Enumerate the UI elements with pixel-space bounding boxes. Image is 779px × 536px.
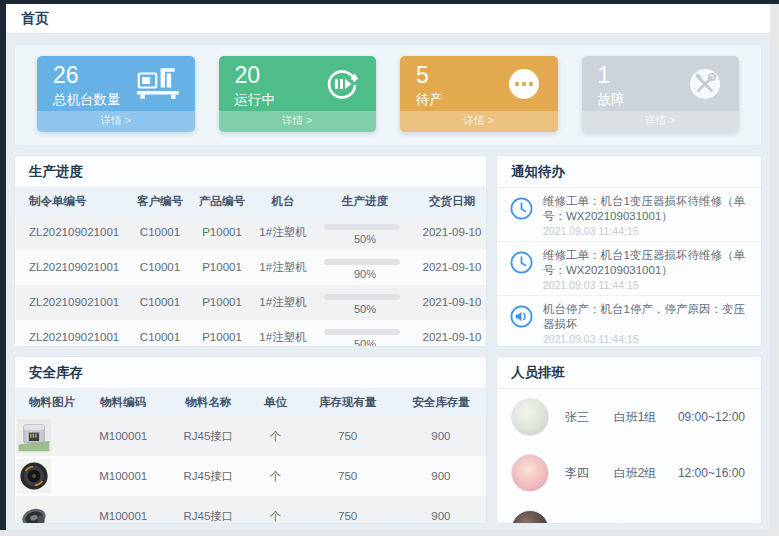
date-cell: 2021-09-10 (417, 250, 487, 285)
col-header: 库存现有量 (300, 389, 396, 416)
notification-item[interactable]: 机台停产：机台1停产，停产原因：变压器损坏 2021.09.03 11:44:1… (497, 296, 761, 346)
col-header: 交货日期 (417, 188, 487, 215)
col-header: 制令单编号 (15, 188, 129, 215)
schedule-title: 人员排班 (497, 357, 761, 389)
notification-item[interactable]: 维修工单：机台1变压器损坏待维修（单号：WX202109031001） 2021… (497, 242, 761, 296)
card-detail-link[interactable]: 详情 > (582, 111, 740, 132)
person-time: 12:00~16:00 (678, 466, 745, 480)
card-total-machines[interactable]: 26 总机台数量 (37, 56, 195, 132)
card-detail-link[interactable]: 详情 > (219, 111, 377, 132)
col-header: 生产进度 (313, 188, 417, 215)
clock-icon (509, 248, 535, 291)
table-header-row: 物料图片 物料编码 物料名称 单位 库存现有量 安全库存量 (15, 389, 486, 416)
progress-bar (324, 329, 400, 335)
progress-label: 50% (354, 233, 376, 245)
machine-cell: 1#注塑机 (253, 250, 313, 285)
col-header: 物料名称 (165, 389, 251, 416)
card-label: 总机台数量 (53, 91, 121, 109)
order-cell: ZL202109021001 (15, 320, 129, 347)
name-cell: RJ45接口 (165, 456, 251, 496)
notification-time: 2021.09.03 11:44:15 (543, 225, 751, 237)
customer-cell: C10001 (129, 250, 191, 285)
card-waiting[interactable]: 5 待产 详情 > (400, 56, 558, 132)
material-image-cell (15, 416, 81, 456)
notification-text: 维修工单：机台1变压器损坏待维修（单号：WX202109031001） (543, 194, 751, 224)
app-window: 首页 26 总机台数量 (0, 0, 779, 536)
unit-cell: 个 (251, 496, 299, 524)
product-cell: P10001 (191, 285, 253, 320)
running-icon (324, 66, 360, 106)
safety-cell: 900 (396, 416, 486, 456)
card-fault[interactable]: 1 故障 详情 > (582, 56, 740, 132)
product-cell: P10001 (191, 250, 253, 285)
code-cell: M100001 (81, 456, 165, 496)
avatar (511, 454, 549, 492)
machine-cell: 1#注塑机 (253, 285, 313, 320)
card-value: 20 (235, 62, 276, 88)
table-row: M100001 RJ45接口 个 750 900 (15, 416, 486, 456)
notifications-panel: 通知待办 维修工单：机台1变压器损坏待维修（单号：WX202109031001）… (496, 155, 762, 347)
machine-cell: 1#注塑机 (253, 320, 313, 347)
card-body: 20 运行中 (219, 56, 377, 111)
card-value: 5 (416, 62, 443, 88)
dashboard-grid: 生产进度 制令单编号 客户编号 产品编号 机台 生产进度 交货日期 (14, 155, 762, 524)
card-value: 26 (53, 62, 121, 88)
inventory-panel: 安全库存 物料图片 物料编码 物料名称 单位 库存现有量 安全库存量 (14, 356, 487, 524)
tab-home[interactable]: 首页 (21, 10, 49, 28)
card-body: 26 总机台数量 (37, 56, 195, 111)
production-table: 制令单编号 客户编号 产品编号 机台 生产进度 交货日期 ZL202109021… (15, 188, 487, 347)
production-title: 生产进度 (15, 156, 486, 188)
col-header: 安全库存量 (396, 389, 486, 416)
date-cell: 2021-09-10 (417, 320, 487, 347)
order-cell: ZL202109021001 (15, 215, 129, 250)
material-image-cell (15, 456, 81, 496)
schedule-panel: 人员排班 张三 白班1组 09:00~12:00 李四 白班2组 12: (496, 356, 762, 524)
avatar (511, 398, 549, 436)
notification-time: 2021.09.03 11:44:15 (543, 333, 751, 345)
table-row: ZL202109021001 C10001 P10001 1#注塑机 50% 2… (15, 215, 487, 250)
safety-cell: 900 (396, 496, 486, 524)
card-label: 故障 (598, 91, 625, 109)
name-cell: RJ45接口 (165, 496, 251, 524)
stock-cell: 750 (300, 496, 396, 524)
col-header: 产品编号 (191, 188, 253, 215)
customer-cell: C10001 (129, 215, 191, 250)
person-time: 09:00~12:00 (678, 410, 745, 424)
notification-item[interactable]: 维修工单：机台1变压器损坏待维修（单号：WX202109031001） 2021… (497, 188, 761, 242)
card-running[interactable]: 20 运行中 详情 > (219, 56, 377, 132)
customer-cell: C10001 (129, 320, 191, 347)
person-name: 张三 (565, 409, 614, 426)
unit-cell: 个 (251, 456, 299, 496)
name-cell: RJ45接口 (165, 416, 251, 456)
table-row: ZL202109021001 C10001 P10001 1#注塑机 90% 2… (15, 250, 487, 285)
progress-bar (324, 259, 400, 265)
inventory-title: 安全库存 (15, 357, 486, 389)
progress-cell: 50% (313, 215, 417, 250)
order-cell: ZL202109021001 (15, 250, 129, 285)
date-cell: 2021-09-10 (417, 215, 487, 250)
safety-cell: 900 (396, 456, 486, 496)
ellipsis-icon (506, 66, 542, 106)
material-image-cell (15, 496, 81, 524)
clock-icon (509, 194, 535, 237)
unit-cell: 个 (251, 416, 299, 456)
stat-cards-panel: 26 总机台数量 (14, 44, 762, 146)
card-detail-link[interactable]: 详情 > (37, 111, 195, 132)
progress-cell: 50% (313, 285, 417, 320)
table-row: ZL202109021001 C10001 P10001 1#注塑机 50% 2… (15, 285, 487, 320)
card-detail-link[interactable]: 详情 > (400, 111, 558, 132)
tools-icon (687, 66, 723, 106)
schedule-row: 王五 夜班1组 18:00~24:00 (497, 501, 761, 524)
speaker-cone-photo (17, 499, 51, 524)
notification-text: 维修工单：机台1变压器损坏待维修（单号：WX202109031001） (543, 248, 751, 278)
speaker-front-photo (17, 459, 51, 493)
person-shift: 夜班1组 (614, 521, 678, 525)
schedule-row: 张三 白班1组 09:00~12:00 (497, 389, 761, 445)
col-header: 单位 (251, 389, 299, 416)
person-name: 王五 (565, 521, 614, 525)
progress-label: 50% (354, 338, 376, 347)
date-cell: 2021-09-10 (417, 285, 487, 320)
card-label: 运行中 (235, 91, 276, 109)
rj45-connector-photo (17, 419, 51, 453)
card-label: 待产 (416, 91, 443, 109)
